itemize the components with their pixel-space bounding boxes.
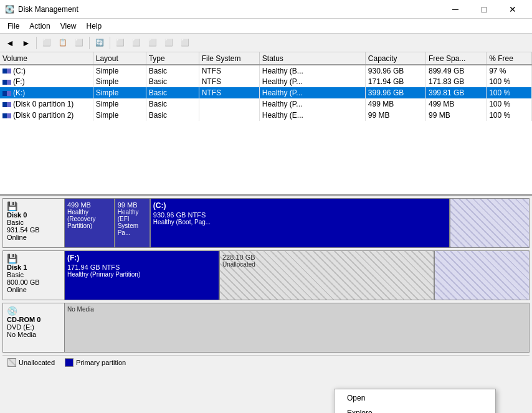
maximize-button[interactable]: □ bbox=[470, 0, 498, 19]
partition-status: Healthy (Boot, Pag... bbox=[153, 219, 447, 225]
toolbar: ◄ ► ⬜ 📋 ⬜ 🔄 ⬜ ⬜ ⬜ ⬜ ⬜ bbox=[0, 34, 532, 52]
table-cell: (Disk 0 partition 2) bbox=[0, 110, 93, 121]
volume-icon bbox=[2, 80, 11, 85]
disk-type: Basic bbox=[7, 271, 60, 278]
volume-icon bbox=[2, 102, 11, 107]
disk-partitions: 499 MBHealthy (Recovery Partition)99 MBH… bbox=[65, 198, 530, 248]
menu-bar: File Action View Help bbox=[0, 19, 532, 34]
toolbar-btn-11[interactable]: ⬜ bbox=[178, 36, 192, 50]
table-cell: 97 % bbox=[487, 65, 532, 76]
disk-partitions: No Media bbox=[65, 303, 530, 353]
title-bar: 💽 Disk Management ─ □ ✕ bbox=[0, 0, 532, 19]
partition-status: Healthy (Primary Partition) bbox=[67, 271, 216, 278]
table-cell: 99 MB bbox=[365, 110, 425, 121]
toolbar-forward[interactable]: ► bbox=[19, 36, 34, 50]
table-cell: Basic bbox=[146, 110, 199, 121]
table-cell: Simple bbox=[93, 98, 146, 110]
col-header-fs[interactable]: File System bbox=[199, 52, 259, 65]
partition-size: 171.94 GB NTFS bbox=[67, 263, 216, 271]
partition-block[interactable]: (C:)930.96 GB NTFSHealthy (Boot, Pag... bbox=[151, 199, 450, 247]
partition-block[interactable]: (F:)171.94 GB NTFSHealthy (Primary Parti… bbox=[65, 251, 220, 300]
disk-graph-panel: 💾 Disk 0 Basic 931.54 GB Online 499 MBHe… bbox=[0, 196, 532, 413]
table-row[interactable]: (K:)SimpleBasicNTFSHealthy (P...399.96 G… bbox=[0, 87, 532, 98]
minimize-button[interactable]: ─ bbox=[441, 0, 470, 19]
col-header-freepct[interactable]: % Free bbox=[487, 52, 532, 65]
toolbar-btn-7[interactable]: ⬜ bbox=[113, 36, 128, 50]
partition-status: Healthy (Recovery Partition) bbox=[67, 209, 112, 229]
toolbar-btn-9[interactable]: ⬜ bbox=[145, 36, 160, 50]
volume-icon bbox=[2, 69, 11, 74]
partition-size: 930.96 GB NTFS bbox=[153, 211, 447, 219]
table-cell: 399.81 GB bbox=[425, 87, 486, 98]
table-cell: 499 MB bbox=[365, 98, 425, 110]
table-cell: 100 % bbox=[487, 110, 532, 121]
table-row[interactable]: (Disk 0 partition 1)SimpleBasicHealthy (… bbox=[0, 98, 532, 110]
menu-action[interactable]: Action bbox=[24, 21, 55, 32]
title-bar-controls: ─ □ ✕ bbox=[441, 0, 527, 19]
toolbar-btn-6[interactable]: 🔄 bbox=[92, 36, 107, 50]
col-header-freespace[interactable]: Free Spa... bbox=[425, 52, 486, 65]
disk-type: Basic bbox=[7, 219, 60, 226]
table-cell: Simple bbox=[93, 87, 146, 98]
partition-status: Healthy (EFI System Pa... bbox=[118, 209, 147, 236]
disk-size: 931.54 GB bbox=[7, 226, 60, 234]
disk-status: No Media bbox=[7, 331, 60, 338]
ctx-open[interactable]: Open bbox=[335, 391, 495, 406]
disk-name: Disk 1 bbox=[7, 263, 60, 271]
table-cell: Healthy (E... bbox=[259, 110, 365, 121]
toolbar-btn-4[interactable]: 📋 bbox=[55, 36, 70, 50]
table-cell bbox=[199, 110, 259, 121]
ctx-explore[interactable]: Explore bbox=[335, 406, 495, 413]
col-header-volume[interactable]: Volume bbox=[0, 52, 93, 65]
partition-block[interactable] bbox=[450, 199, 529, 247]
table-cell: NTFS bbox=[199, 76, 259, 87]
menu-file[interactable]: File bbox=[2, 21, 24, 32]
disk-list-panel: Volume Layout Type File System Status Ca… bbox=[0, 52, 532, 196]
table-cell: Simple bbox=[93, 65, 146, 76]
context-menu: OpenExploreMark Partition as ActiveChang… bbox=[334, 389, 496, 413]
disk-type: DVD (E:) bbox=[7, 323, 60, 331]
table-row[interactable]: (F:)SimpleBasicNTFSHealthy (P...171.94 G… bbox=[0, 76, 532, 87]
partition-status: Unallocated bbox=[222, 261, 431, 268]
partition-block[interactable]: 228.10 GBUnallocated bbox=[220, 251, 435, 300]
legend-unallocated-label: Unallocated bbox=[19, 359, 55, 366]
main-container: Volume Layout Type File System Status Ca… bbox=[0, 52, 532, 413]
partition-block[interactable]: No Media bbox=[65, 303, 529, 352]
partition-block[interactable] bbox=[435, 251, 529, 300]
table-cell: Healthy (P... bbox=[259, 76, 365, 87]
toolbar-btn-8[interactable]: ⬜ bbox=[129, 36, 144, 50]
table-cell: 171.83 GB bbox=[425, 76, 486, 87]
table-cell: NTFS bbox=[199, 87, 259, 98]
toolbar-btn-3[interactable]: ⬜ bbox=[39, 36, 54, 50]
toolbar-back[interactable]: ◄ bbox=[2, 36, 17, 50]
table-cell: 100 % bbox=[487, 98, 532, 110]
disk-row: 💾 Disk 1 Basic 800.00 GB Online (F:)171.… bbox=[2, 250, 530, 300]
toolbar-btn-5[interactable]: ⬜ bbox=[72, 36, 87, 50]
legend-bar: Unallocated Primary partition bbox=[2, 355, 530, 369]
partition-block[interactable]: 99 MBHealthy (EFI System Pa... bbox=[115, 199, 151, 247]
volume-icon bbox=[2, 91, 11, 96]
close-button[interactable]: ✕ bbox=[498, 0, 527, 19]
col-header-status[interactable]: Status bbox=[259, 52, 365, 65]
window-title: Disk Management bbox=[18, 5, 78, 14]
col-header-layout[interactable]: Layout bbox=[93, 52, 146, 65]
toolbar-btn-10[interactable]: ⬜ bbox=[161, 36, 176, 50]
disk-size: 800.00 GB bbox=[7, 278, 60, 286]
table-cell: Basic bbox=[146, 65, 199, 76]
col-header-type[interactable]: Type bbox=[146, 52, 199, 65]
table-row[interactable]: (Disk 0 partition 2)SimpleBasicHealthy (… bbox=[0, 110, 532, 121]
table-cell: 930.96 GB bbox=[365, 65, 425, 76]
table-cell: Healthy (P... bbox=[259, 98, 365, 110]
menu-view[interactable]: View bbox=[55, 21, 82, 32]
table-cell: 399.96 GB bbox=[365, 87, 425, 98]
table-cell: 899.49 GB bbox=[425, 65, 486, 76]
table-cell: 100 % bbox=[487, 87, 532, 98]
menu-help[interactable]: Help bbox=[82, 21, 107, 32]
table-row[interactable]: (C:)SimpleBasicNTFSHealthy (B...930.96 G… bbox=[0, 65, 532, 76]
partition-block[interactable]: 499 MBHealthy (Recovery Partition) bbox=[65, 199, 115, 247]
window-icon: 💽 bbox=[5, 5, 14, 14]
table-cell: Simple bbox=[93, 110, 146, 121]
col-header-capacity[interactable]: Capacity bbox=[365, 52, 425, 65]
disk-icon: 💿 bbox=[7, 306, 60, 316]
table-cell: Basic bbox=[146, 98, 199, 110]
